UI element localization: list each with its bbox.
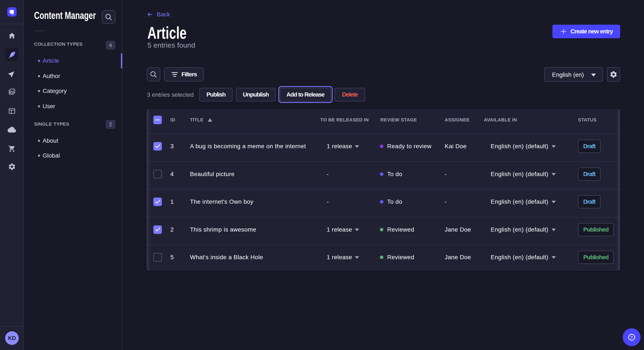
svg-text:?: ? [630, 335, 633, 340]
